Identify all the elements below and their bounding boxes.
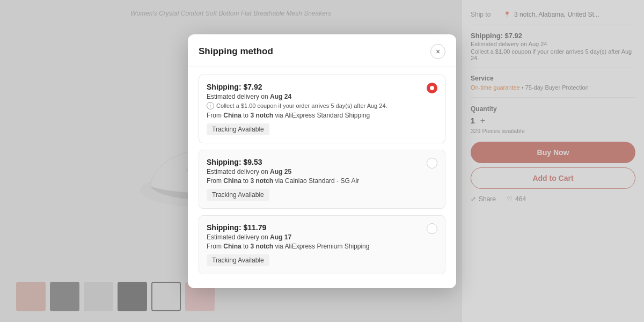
option-2-delivery: Estimated delivery on Aug 25 <box>207 168 437 175</box>
option-2-price: Shipping: $9.53 <box>207 158 437 166</box>
shipping-option-1[interactable]: Shipping: $7.92 Estimated delivery on Au… <box>199 75 445 143</box>
option-2-radio[interactable] <box>427 158 437 169</box>
modal-close-button[interactable]: × <box>430 44 445 59</box>
option-3-delivery: Estimated delivery on Aug 17 <box>207 233 437 241</box>
info-icon-1: i <box>207 102 214 109</box>
option-3-radio[interactable] <box>427 223 437 234</box>
radio-unchecked-3 <box>427 223 437 234</box>
shipping-option-2[interactable]: Shipping: $9.53 Estimated delivery on Au… <box>199 150 445 209</box>
radio-unchecked-2 <box>427 158 437 169</box>
option-2-route: From China to 3 notch via Cainiao Standa… <box>207 177 437 185</box>
option-1-coupon-text: Collect a $1.00 coupon if your order arr… <box>216 103 387 109</box>
modal-title: Shipping method <box>199 46 273 57</box>
option-1-coupon: i Collect a $1.00 coupon if your order a… <box>207 102 437 109</box>
option-1-delivery: Estimated delivery on Aug 24 <box>207 93 437 100</box>
option-1-radio[interactable] <box>427 83 437 93</box>
option-3-price: Shipping: $11.79 <box>207 223 437 232</box>
shipping-option-3[interactable]: Shipping: $11.79 Estimated delivery on A… <box>199 215 445 274</box>
option-1-tracking: Tracking Available <box>207 123 269 135</box>
option-3-tracking: Tracking Available <box>207 254 269 266</box>
option-1-route: From China to 3 notch via AliExpress Sta… <box>207 112 437 119</box>
radio-checked-1 <box>427 83 437 93</box>
modal-backdrop: Shipping method × Shipping: $7.92 Estima… <box>0 0 644 322</box>
shipping-method-modal: Shipping method × Shipping: $7.92 Estima… <box>188 34 456 288</box>
radio-inner-1 <box>430 86 434 90</box>
modal-body: Shipping: $7.92 Estimated delivery on Au… <box>188 67 456 288</box>
modal-header: Shipping method × <box>188 34 456 67</box>
option-1-price: Shipping: $7.92 <box>207 83 437 91</box>
option-2-tracking: Tracking Available <box>207 189 269 201</box>
option-3-route: From China to 3 notch via AliExpress Pre… <box>207 243 437 250</box>
